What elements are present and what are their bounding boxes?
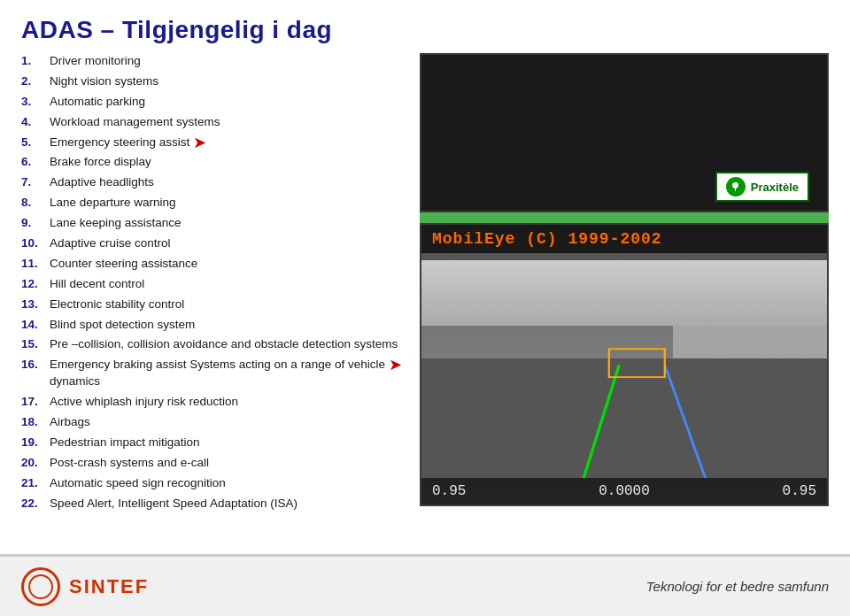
list-item: 3.Automatic parking	[21, 94, 402, 111]
road-scene: MobilEye (C) 1999-2002	[421, 225, 827, 504]
list-item: 21.Automatic speed sign recognition	[21, 475, 402, 492]
list-text: Automatic speed sign recognition	[50, 475, 226, 492]
sintef-circle-icon	[21, 567, 60, 606]
sintef-inner-icon	[28, 574, 53, 599]
list-item: 11.Counter steering assistance	[21, 256, 402, 273]
list-text: Electronic stability control	[50, 296, 184, 313]
arrow-icon: ➤	[193, 135, 206, 150]
footer-tagline: Teknologi for et bedre samfunn	[646, 579, 829, 594]
list-number: 4.	[21, 114, 50, 131]
list-number: 22.	[21, 496, 50, 512]
left-panel: 1.Driver monitoring2.Night vision system…	[21, 53, 402, 554]
sintef-logo: SINTEF	[21, 567, 149, 606]
sintef-label: SINTEF	[69, 575, 149, 598]
list-number: 12.	[21, 276, 50, 293]
list-item: 10.Adaptive cruise control	[21, 235, 402, 252]
list-text: Night vision systems	[50, 73, 158, 90]
list-number: 9.	[21, 215, 50, 232]
green-bar	[420, 212, 829, 223]
list-text: Airbags	[50, 414, 90, 431]
stat3: 0.95	[783, 483, 816, 499]
list-item: 13.Electronic stability control	[21, 296, 402, 313]
list-number: 15.	[21, 336, 50, 353]
page-title: ADAS – Tilgjengelig i dag	[21, 16, 829, 44]
list-number: 11.	[21, 256, 50, 273]
mobileye-header: MobilEye (C) 1999-2002	[421, 225, 827, 253]
list-text: Counter steering assistance	[50, 256, 197, 273]
list-text: Post-crash systems and e-call	[50, 455, 209, 472]
list-item: 18.Airbags	[21, 414, 402, 431]
list-item: 5.Emergency steering assist ➤	[21, 135, 402, 151]
list-number: 13.	[21, 296, 50, 313]
list-text: Pedestrian impact mitigation	[50, 435, 200, 451]
list-item: 8.Lane departure warning	[21, 195, 402, 212]
list-text: Blind spot detection system	[50, 317, 195, 334]
list-text: Workload management systems	[50, 114, 220, 131]
list-item: 6.Brake force display	[21, 154, 402, 171]
list-number: 10.	[21, 235, 50, 252]
stat1: 0.95	[432, 483, 466, 499]
list-number: 7.	[21, 174, 50, 191]
svg-line-1	[665, 365, 706, 478]
list-text: Adaptive cruise control	[50, 235, 171, 252]
list-number: 6.	[21, 154, 50, 171]
list-item: 2.Night vision systems	[21, 73, 402, 90]
list-item: 4.Workload management systems	[21, 114, 402, 131]
list-text: Automatic parking	[50, 94, 145, 111]
list-number: 19.	[21, 435, 50, 451]
list-text: Emergency braking assist Systems acting …	[50, 357, 385, 390]
list-number: 14.	[21, 317, 50, 334]
list-number: 20.	[21, 455, 50, 472]
svg-line-0	[583, 365, 619, 478]
list-text: Speed Alert, Intelligent Speed Adaptatio…	[50, 496, 298, 512]
list-item: 20.Post-crash systems and e-call	[21, 455, 402, 472]
list-text: Hill decent control	[50, 276, 144, 293]
list-number: 21.	[21, 475, 50, 492]
prax-icon	[726, 177, 746, 196]
bottom-stats: 0.95 0.0000 0.95	[421, 478, 827, 504]
main-container: ADAS – Tilgjengelig i dag 1.Driver monit…	[0, 0, 850, 616]
list-text: Lane keeping assistance	[50, 215, 182, 232]
video-top: Praxitèle	[420, 53, 829, 212]
footer-bar: SINTEF Teknologi for et bedre samfunn	[0, 554, 850, 616]
list-number: 2.	[21, 73, 50, 90]
list-number: 17.	[21, 394, 50, 411]
list-text: Adaptive headlights	[50, 174, 154, 191]
list-item: 7.Adaptive headlights	[21, 174, 402, 191]
list-item: 17.Active whiplash injury risk reduction	[21, 394, 402, 411]
list-item: 14.Blind spot detection system	[21, 317, 402, 334]
list-item: 12.Hill decent control	[21, 276, 402, 293]
list-text: Brake force display	[50, 154, 151, 171]
stat2: 0.0000	[599, 483, 650, 499]
content-row: 1.Driver monitoring2.Night vision system…	[21, 53, 829, 554]
list-item: 15.Pre –collision, collision avoidance a…	[21, 336, 402, 353]
list-number: 18.	[21, 414, 50, 431]
list-item: 16.Emergency braking assist Systems acti…	[21, 357, 402, 390]
list-text: Emergency steering assist	[50, 135, 189, 151]
list-text: Driver monitoring	[50, 53, 141, 70]
list-item: 22.Speed Alert, Intelligent Speed Adapta…	[21, 496, 402, 512]
right-panel: Praxitèle MobilEye (C) 1999-2002	[420, 53, 829, 554]
list-item: 19.Pedestrian impact mitigation	[21, 435, 402, 451]
list-number: 8.	[21, 195, 50, 212]
praxitele-label: Praxitèle	[751, 181, 799, 194]
list-text: Active whiplash injury risk reduction	[50, 394, 238, 411]
list-number: 16.	[21, 357, 50, 373]
list-item: 1.Driver monitoring	[21, 53, 402, 70]
arrow-icon: ➤	[389, 357, 402, 373]
list-text: Lane departure warning	[50, 195, 176, 212]
adas-list: 1.Driver monitoring2.Night vision system…	[21, 53, 402, 512]
list-text: Pre –collision, collision avoidance and …	[50, 336, 398, 353]
list-number: 5.	[21, 135, 50, 151]
list-number: 1.	[21, 53, 50, 70]
video-bottom: MobilEye (C) 1999-2002	[420, 223, 829, 506]
list-item: 9.Lane keeping assistance	[21, 215, 402, 232]
list-number: 3.	[21, 94, 50, 111]
praxitele-logo: Praxitèle	[715, 172, 809, 202]
